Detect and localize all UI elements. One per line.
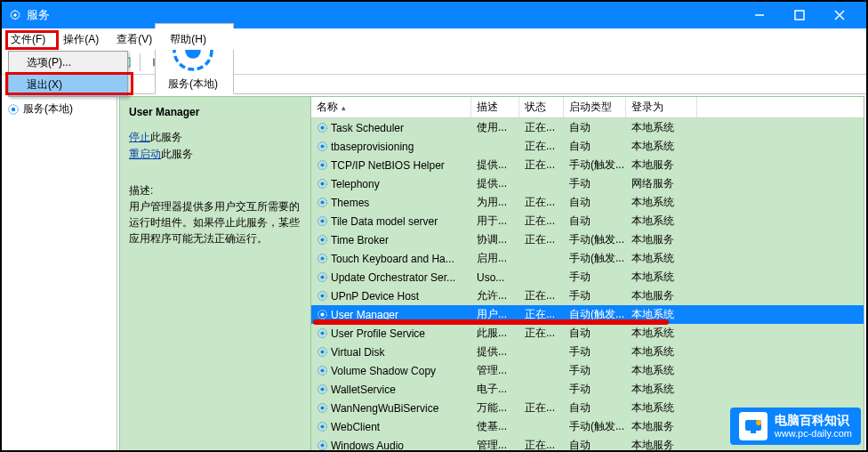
col-status[interactable]: 状态: [519, 97, 564, 117]
titlebar: 服务: [2, 2, 866, 28]
col-startup[interactable]: 启动类型: [564, 97, 626, 117]
menu-file[interactable]: 文件(F): [2, 29, 54, 50]
service-row[interactable]: WalletService电子...手动本地系统: [311, 380, 864, 399]
file-dropdown: 选项(P)... 退出(X): [8, 51, 128, 97]
gear-icon: [317, 383, 328, 395]
stop-suffix: 此服务: [150, 131, 182, 143]
service-row[interactable]: Update Orchestrator Ser...Uso...手动本地系统: [311, 268, 864, 287]
service-row[interactable]: User Profile Service此服...正在...自动本地系统: [311, 324, 864, 343]
window-title: 服务: [27, 7, 739, 23]
tree-root-label: 服务(本地): [23, 101, 73, 117]
service-desc: 电子...: [471, 382, 519, 397]
service-desc: 协调...: [471, 232, 519, 247]
sort-asc-icon: ▴: [342, 103, 346, 112]
gear-icon: [317, 253, 328, 264]
svg-point-26: [320, 182, 324, 185]
svg-point-16: [12, 107, 15, 110]
service-logon: 本地系统: [626, 214, 697, 229]
minimize-button[interactable]: [739, 2, 779, 28]
close-button[interactable]: [819, 2, 859, 28]
gear-icon: [317, 327, 328, 339]
service-row[interactable]: UPnP Device Host允许...正在...手动本地服务: [311, 287, 864, 305]
file-menu-exit[interactable]: 退出(X): [9, 74, 127, 96]
service-startup: 手动: [564, 344, 626, 359]
svg-rect-2: [795, 11, 804, 20]
service-status: 正在...: [519, 157, 564, 173]
service-logon: 本地系统: [626, 344, 697, 359]
service-startup: 手动(触发...: [564, 419, 626, 434]
gear-icon: [317, 365, 328, 376]
gear-icon: [317, 197, 328, 208]
svg-point-46: [320, 368, 324, 372]
service-logon: 本地服务: [626, 288, 697, 303]
gear-icon: [317, 271, 328, 283]
service-row[interactable]: Telephony提供...手动网络服务: [311, 174, 864, 193]
service-row[interactable]: Themes为用...正在...自动本地系统: [311, 193, 864, 212]
highlight-underline: [313, 319, 669, 325]
svg-point-34: [320, 256, 324, 260]
gear-icon: [317, 346, 328, 358]
menu-view[interactable]: 查看(V): [108, 29, 161, 50]
service-logon: 本地服务: [626, 419, 697, 434]
gear-icon: [317, 215, 328, 227]
menu-action[interactable]: 操作(A): [54, 29, 108, 50]
tree-root-node[interactable]: 服务(本地): [5, 100, 113, 118]
gear-icon: [9, 9, 21, 21]
service-name: WebClient: [331, 421, 380, 433]
service-row[interactable]: Time Broker协调...正在...手动(触发...本地服务: [311, 230, 864, 249]
service-name: Task Scheduler: [331, 122, 404, 134]
service-logon: 本地系统: [626, 120, 697, 135]
service-name: WanNengWuBiService: [331, 402, 438, 415]
service-startup: 自动: [564, 400, 626, 416]
service-startup: 自动: [564, 195, 626, 210]
service-row[interactable]: Task Scheduler使用...正在...自动本地系统: [311, 118, 864, 137]
service-row[interactable]: Tile Data model server用于...正在...自动本地系统: [311, 212, 864, 230]
col-name[interactable]: 名称 ▴: [311, 97, 471, 117]
service-desc: Uso...: [471, 271, 519, 284]
service-desc: 启用...: [471, 251, 519, 266]
service-row[interactable]: Virtual Disk提供...手动本地系统: [311, 343, 864, 361]
service-desc: 管理...: [471, 438, 519, 452]
menu-help[interactable]: 帮助(H): [161, 29, 215, 50]
file-menu-options[interactable]: 选项(P)...: [9, 52, 127, 74]
service-startup: 手动: [564, 288, 626, 303]
tab-label: 服务(本地): [168, 77, 218, 90]
list-body: Task Scheduler使用...正在...自动本地系统tbaseprovi…: [311, 118, 864, 452]
service-row[interactable]: Volume Shadow Copy管理...手动本地系统: [311, 361, 864, 380]
service-name: Telephony: [331, 178, 380, 190]
service-logon: 本地系统: [626, 139, 697, 154]
col-desc[interactable]: 描述: [471, 97, 519, 117]
service-desc: 提供...: [471, 344, 519, 359]
service-logon: 本地系统: [626, 382, 697, 397]
service-startup: 手动: [564, 363, 626, 378]
svg-point-36: [320, 275, 324, 278]
service-name: TCP/IP NetBIOS Helper: [331, 159, 445, 172]
gear-icon: [317, 178, 328, 190]
service-name: Update Orchestrator Ser...: [331, 271, 455, 284]
watermark-logo: [739, 412, 768, 440]
svg-point-50: [320, 406, 324, 409]
service-startup: 自动: [564, 326, 626, 341]
svg-point-0: [13, 13, 17, 17]
service-startup: 手动: [564, 382, 626, 397]
service-row[interactable]: tbaseprovisioning正在...自动本地系统: [311, 137, 864, 156]
service-logon: 本地系统: [626, 363, 697, 378]
right-pane: 服务(本地) User Manager 停止此服务 重启动此服务 描述: 用户管…: [117, 75, 866, 450]
service-name: Virtual Disk: [331, 346, 384, 359]
svg-point-28: [320, 200, 324, 204]
col-logon[interactable]: 登录为: [626, 97, 697, 117]
service-row[interactable]: Touch Keyboard and Ha...启用...手动(触发...本地系…: [311, 249, 864, 268]
stop-service-link[interactable]: 停止: [129, 131, 150, 143]
svg-point-48: [320, 387, 324, 391]
maximize-button[interactable]: [779, 2, 819, 28]
restart-service-link[interactable]: 重启动: [129, 148, 161, 160]
service-startup: 自动: [564, 438, 626, 452]
service-row[interactable]: TCP/IP NetBIOS Helper提供...正在...手动(触发...本…: [311, 156, 864, 174]
service-name: User Profile Service: [331, 327, 425, 340]
svg-point-24: [320, 163, 324, 166]
service-status: 正在...: [519, 288, 564, 303]
service-startup: 手动: [564, 176, 626, 191]
desc-label: 描述:: [129, 182, 303, 198]
service-desc: 此服...: [471, 326, 519, 341]
svg-point-38: [320, 294, 324, 297]
